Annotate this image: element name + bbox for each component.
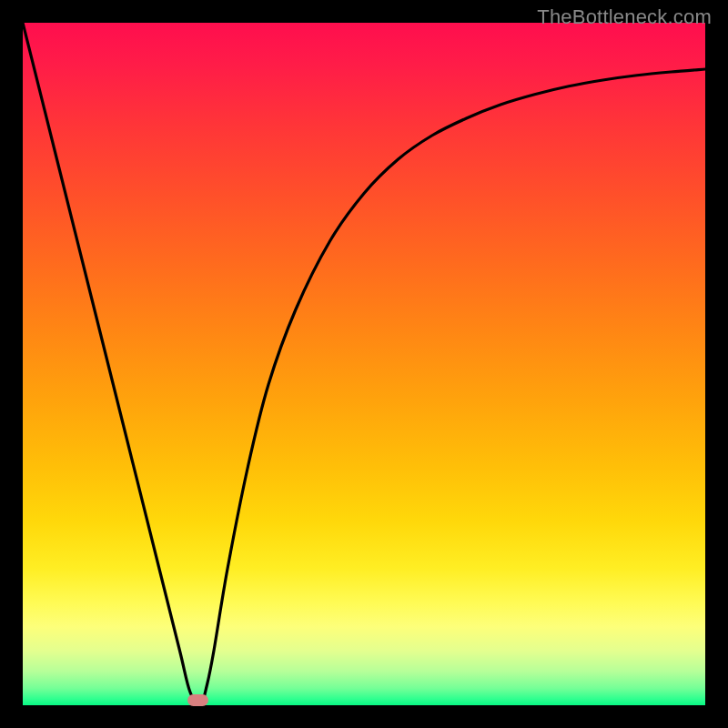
curve-layer [23, 23, 705, 705]
optimum-marker [187, 694, 208, 706]
bottleneck-curve [23, 23, 705, 705]
plot-area [23, 23, 705, 705]
watermark-text: TheBottleneck.com [537, 5, 712, 29]
chart-frame [23, 23, 705, 705]
